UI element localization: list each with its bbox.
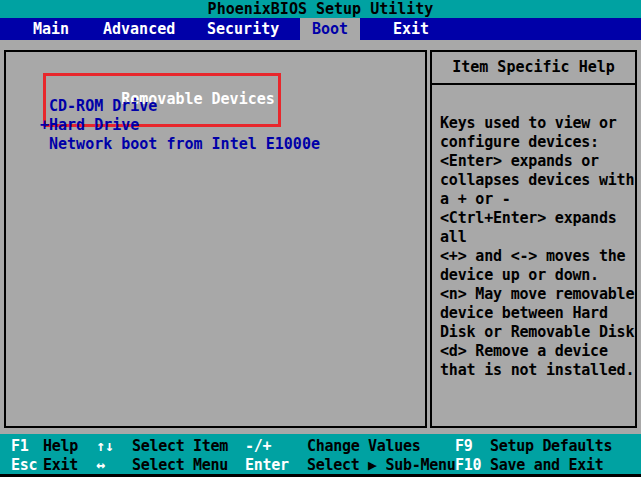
menu-bar: Main Advanced Security Boot Exit <box>0 18 641 40</box>
footer-key-minus-plus: -/+ <box>245 439 271 454</box>
footer-desc-save-and-exit: Save and Exit <box>490 458 604 473</box>
footer-key-leftright-icon: ↔ <box>96 458 105 473</box>
help-panel-text: Keys used to view or configure devices: … <box>440 114 633 380</box>
footer-key-f10: F10 <box>455 458 481 473</box>
boot-item-cdrom-drive[interactable]: CD-ROM Drive <box>40 97 157 116</box>
footer-desc-change-values: Change Values <box>307 439 421 454</box>
window-title: PhoenixBIOS Setup Utility <box>208 0 434 18</box>
footer-key-f9: F9 <box>455 439 472 454</box>
menu-tab-boot[interactable]: Boot <box>300 18 360 40</box>
title-bar: PhoenixBIOS Setup Utility <box>0 0 641 18</box>
menu-tab-main[interactable]: Main <box>33 18 69 40</box>
menu-tab-advanced[interactable]: Advanced <box>103 18 175 40</box>
footer-desc-select-menu: Select Menu <box>132 458 228 473</box>
help-panel-title: Item Specific Help <box>432 52 635 85</box>
footer-desc-help: Help <box>43 439 78 454</box>
footer-key-f1: F1 <box>11 439 28 454</box>
footer-desc-select-item: Select Item <box>132 439 228 454</box>
boot-order-panel: Removable Devices CD-ROM Drive +Hard Dri… <box>4 50 427 428</box>
footer-key-updown-icon: ↑↓ <box>96 439 113 454</box>
menu-tab-exit[interactable]: Exit <box>393 18 429 40</box>
boot-item-hard-drive[interactable]: +Hard Drive <box>40 116 139 135</box>
boot-item-prefix expand-plus-sign: + <box>40 116 49 134</box>
help-panel: Item Specific Help Keys used to view or … <box>430 50 637 428</box>
hotkey-footer: F1 Help ↑↓ Select Item -/+ Change Values… <box>0 434 641 477</box>
boot-item-label: Hard Drive <box>49 116 139 134</box>
bios-setup-screen: PhoenixBIOS Setup Utility Main Advanced … <box>0 0 641 477</box>
boot-item-label: Network boot from Intel E1000e <box>49 135 320 153</box>
boot-item-prefix <box>40 135 49 153</box>
main-area: Removable Devices CD-ROM Drive +Hard Dri… <box>0 40 641 434</box>
boot-item-prefix <box>40 97 49 115</box>
boot-item-network-boot[interactable]: Network boot from Intel E1000e <box>40 135 320 154</box>
footer-key-esc: Esc <box>11 458 37 473</box>
footer-desc-exit: Exit <box>43 458 78 473</box>
footer-desc-setup-defaults: Setup Defaults <box>490 439 612 454</box>
footer-desc-select-submenu: Select ▶ Sub-Menu <box>307 458 455 473</box>
menu-tab-security[interactable]: Security <box>207 18 279 40</box>
boot-item-label: CD-ROM Drive <box>49 97 157 115</box>
footer-key-enter: Enter <box>245 458 289 473</box>
